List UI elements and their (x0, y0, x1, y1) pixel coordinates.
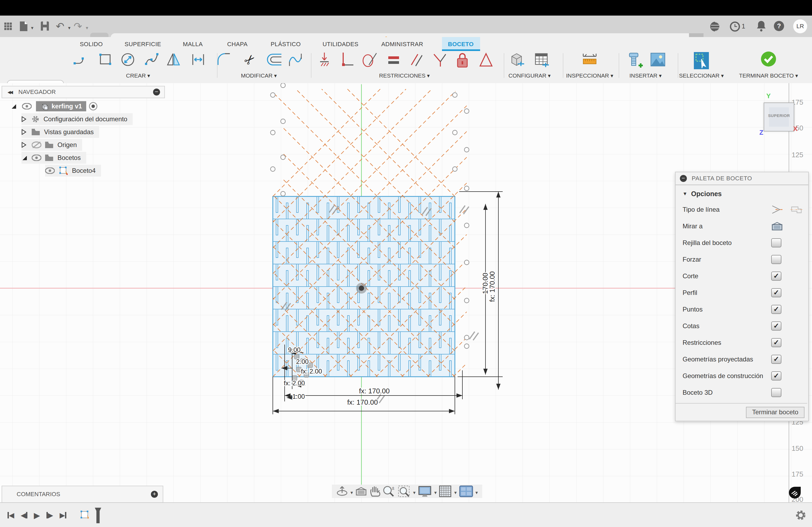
dim-height-2[interactable]: fx: 170.00 (488, 271, 496, 302)
inspect-measure-icon[interactable] (582, 52, 598, 67)
navigator-header[interactable]: ◀◀ NAVEGADOR − (2, 86, 165, 98)
construction-line-type-icon[interactable] (790, 204, 803, 215)
tab-administrar[interactable]: ADMINISTRAR (381, 41, 423, 48)
user-avatar[interactable]: LR (793, 19, 807, 33)
tab-boceto[interactable]: BOCETO (448, 41, 474, 48)
modify-trim-scissors-icon[interactable]: ✂ (241, 50, 259, 69)
group-terminar-boceto[interactable]: TERMINAR BOCETO (739, 73, 798, 79)
viewports-icon[interactable] (459, 485, 473, 497)
tab-chapa[interactable]: CHAPA (227, 41, 248, 48)
centerline-type-icon[interactable] (771, 204, 784, 215)
group-configurar[interactable]: CONFIGURAR (508, 73, 550, 79)
timeline-play-button[interactable]: ▶ (34, 511, 40, 520)
file-icon[interactable] (20, 21, 27, 31)
collapsed-caret-icon[interactable] (21, 116, 26, 122)
constraint-lock-icon[interactable] (455, 52, 469, 68)
group-inspeccionar[interactable]: INSPECCIONAR (566, 73, 613, 79)
add-comment-icon[interactable]: + (151, 491, 158, 498)
create-circle-tool-icon[interactable] (120, 52, 135, 67)
group-restricciones[interactable]: RESTRICCIONES (379, 73, 430, 79)
viewports-caret-icon[interactable] (476, 486, 478, 496)
create-dimension-tool-icon[interactable] (191, 52, 206, 67)
tab-plastico[interactable]: PLÁSTICO (271, 41, 301, 48)
tree-item-saved-views[interactable]: Vistas guardadas (21, 126, 99, 138)
create-rectangle-tool-icon[interactable] (98, 52, 113, 67)
file-caret-icon[interactable] (30, 16, 35, 39)
tab-malla[interactable]: MALLA (183, 41, 203, 48)
modify-fillet-tool-icon[interactable] (216, 52, 231, 67)
checkbox-forzar[interactable] (771, 255, 781, 264)
create-mirror-tool-icon[interactable] (166, 52, 182, 67)
dim-fx2b[interactable]: fx: 2.00 (284, 379, 305, 387)
timeline-skip-start-button[interactable]: ◀ (8, 511, 14, 520)
modify-curve-tool-icon[interactable] (288, 52, 303, 67)
dim-fx2a[interactable]: fx: 2.00 (301, 367, 322, 375)
select-tool-icon[interactable] (694, 52, 709, 69)
display-caret-icon[interactable] (434, 486, 437, 496)
checkbox-puntos[interactable]: ✓ (771, 305, 781, 314)
notifications-bell-icon[interactable] (757, 21, 766, 32)
modify-offset-tool-icon[interactable] (266, 52, 282, 67)
create-spline-tool-icon[interactable] (144, 52, 160, 67)
insert-fastener-icon[interactable] (627, 52, 643, 69)
timeline-skip-end-button[interactable]: ▶ (60, 511, 66, 520)
tree-item-sketches[interactable]: Bocetos (21, 152, 86, 164)
comments-bar[interactable]: COMENTARIOS + (2, 486, 163, 503)
visibility-eye-icon[interactable] (45, 167, 55, 174)
timeline-step-forward-button[interactable]: ▶ (46, 511, 53, 520)
fit-view-icon[interactable] (398, 485, 411, 497)
finish-sketch-check-icon[interactable] (760, 51, 777, 67)
visibility-eye-icon[interactable] (32, 154, 41, 161)
configure-table-icon[interactable] (534, 52, 550, 68)
orbit-icon[interactable] (336, 485, 348, 497)
undo-icon[interactable]: ↶ (55, 16, 65, 37)
checkbox-perfil[interactable]: ✓ (771, 288, 781, 297)
checkbox-corte[interactable]: ✓ (771, 272, 781, 281)
checkbox-rejilla[interactable] (771, 238, 781, 247)
app-grid-icon[interactable] (4, 22, 12, 30)
display-settings-icon[interactable] (418, 485, 432, 497)
navigator-collapse-icon[interactable]: − (153, 89, 160, 95)
group-insertar[interactable]: INSERTAR (629, 73, 662, 79)
group-crear[interactable]: CREAR (126, 73, 150, 79)
grid-caret-icon[interactable] (454, 486, 457, 496)
constraint-tangent-icon[interactable] (361, 52, 378, 67)
dim-9[interactable]: 9.00 (288, 346, 301, 353)
dim-1[interactable]: 1.00 (292, 393, 305, 400)
insert-image-icon[interactable] (650, 52, 666, 67)
tab-superficie[interactable]: SUPERFICIE (125, 41, 161, 48)
help-chat-bubble-icon[interactable] (788, 486, 801, 499)
palette-collapse-icon[interactable]: − (680, 175, 687, 182)
grid-settings-icon[interactable] (439, 485, 452, 497)
help-icon[interactable]: ? (774, 21, 784, 31)
dim-width-1[interactable]: fx: 170.00 (359, 387, 390, 395)
timeline-settings-gear-icon[interactable] (795, 510, 806, 521)
component-selected-row[interactable]: kerfing v1 (36, 101, 86, 111)
pan-hand-icon[interactable] (369, 485, 380, 497)
configure-parameters-icon[interactable] (510, 52, 526, 68)
dim-width-2[interactable]: fx: 170.00 (347, 398, 378, 406)
look-at-icon[interactable] (771, 221, 783, 231)
create-line-tool-icon[interactable] (73, 52, 88, 67)
constraint-coincident-icon[interactable] (319, 52, 332, 67)
checkbox-geo-proyectadas[interactable]: ✓ (771, 355, 781, 364)
zoom-icon[interactable]: ± (383, 485, 395, 497)
tab-solido[interactable]: SOLIDO (80, 41, 103, 48)
viewcube-face-label[interactable]: SUPERIOR (764, 113, 794, 118)
redo-caret-icon[interactable] (84, 16, 90, 39)
save-icon[interactable] (41, 21, 49, 31)
tree-item-origin[interactable]: Origen (21, 139, 82, 151)
constraint-perpendicular-icon[interactable] (433, 52, 447, 67)
job-status-clock-icon[interactable] (730, 21, 740, 32)
expand-triangle-icon[interactable] (21, 155, 27, 161)
constraint-vertical-horizontal-icon[interactable] (340, 52, 354, 67)
undo-caret-icon[interactable] (67, 16, 72, 39)
palette-header[interactable]: − PALETA DE BOCETO (676, 172, 808, 185)
timeline-marker[interactable] (94, 507, 102, 524)
checkbox-restricciones[interactable]: ✓ (771, 338, 781, 347)
sketch-origin-point[interactable] (356, 283, 367, 293)
group-modificar[interactable]: MODIFICAR (241, 73, 277, 79)
tree-item-component[interactable]: kerfing v1 (11, 100, 98, 112)
activate-radio-icon[interactable] (89, 102, 98, 110)
fit-caret-icon[interactable] (413, 486, 416, 496)
